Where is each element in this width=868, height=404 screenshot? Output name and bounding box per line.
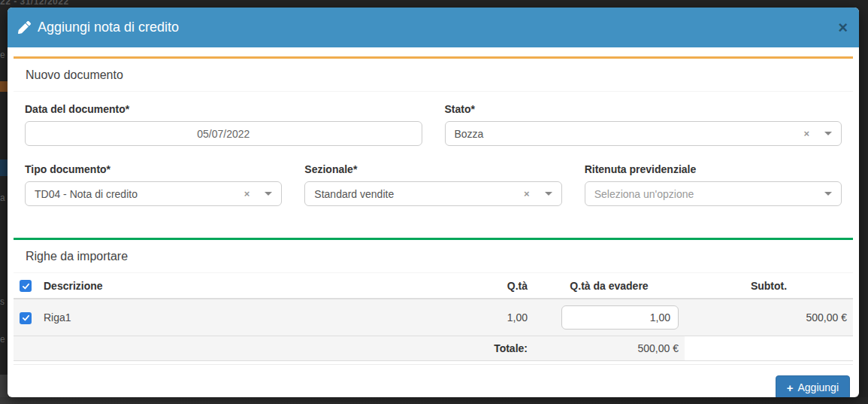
- document-type-select[interactable]: TD04 - Nota di credito ×: [25, 181, 282, 206]
- sectional-label: Sezionale*: [304, 163, 561, 175]
- add-credit-note-modal: Aggiungi nota di credito × Nuovo documen…: [8, 8, 859, 397]
- table-header-row: Descrizione Q.tà Q.tà da evadere Subtot.: [14, 273, 853, 299]
- withholding-label: Ritenuta previdenziale: [585, 163, 842, 175]
- clear-selection-icon[interactable]: ×: [803, 128, 809, 139]
- add-button-label: Aggiungi: [798, 381, 839, 393]
- withholding-field-group: Ritenuta previdenziale Seleziona un'opzi…: [585, 158, 842, 206]
- modal-header: Aggiungi nota di credito ×: [8, 8, 859, 47]
- backdrop-fragment: e: [0, 50, 8, 60]
- document-type-selected-value: TD04 - Nota di credito: [35, 188, 244, 200]
- sectional-field-group: Sezionale* Standard vendite ×: [304, 158, 561, 206]
- column-header-qty-to-fulfill: Q.tà da evadere: [534, 273, 685, 299]
- document-date-input[interactable]: [25, 121, 422, 146]
- plus-icon: +: [787, 382, 794, 393]
- status-selected-value: Bozza: [455, 128, 804, 140]
- checkmark-icon: [22, 282, 30, 290]
- table-row: Riga1 1,00 500,00 €: [14, 299, 853, 336]
- clear-selection-icon[interactable]: ×: [524, 188, 530, 199]
- table-footer-row: Totale: 500,00 €: [14, 336, 853, 361]
- backdrop-fragment: e: [0, 334, 8, 345]
- modal-body: Nuovo documento Data del documento* Stat…: [8, 47, 859, 361]
- status-select[interactable]: Bozza ×: [445, 121, 842, 146]
- document-date-label: Data del documento*: [25, 103, 422, 115]
- document-type-label: Tipo documento*: [25, 163, 282, 175]
- qty-to-fulfill-input[interactable]: [561, 305, 679, 330]
- chevron-down-icon[interactable]: [824, 132, 832, 135]
- row-checkbox[interactable]: [20, 312, 32, 324]
- clear-selection-icon[interactable]: ×: [244, 188, 250, 199]
- withholding-select[interactable]: Seleziona un'opzione: [585, 181, 842, 206]
- backdrop-fragment: s: [0, 296, 8, 307]
- rows-to-import-heading: Righe da importare: [14, 240, 853, 273]
- row-subtotal: 500,00 €: [685, 299, 853, 336]
- close-icon[interactable]: ×: [838, 20, 848, 36]
- pencil-icon: [18, 21, 31, 34]
- sectional-selected-value: Standard vendite: [314, 188, 524, 200]
- backdrop-fragment: [0, 81, 8, 92]
- chevron-down-icon[interactable]: [824, 192, 832, 196]
- total-value: 500,00 €: [534, 336, 685, 361]
- document-type-field-group: Tipo documento* TD04 - Nota di credito ×: [25, 158, 282, 206]
- new-document-panel: Nuovo documento Data del documento* Stat…: [14, 56, 853, 224]
- select-all-checkbox[interactable]: [20, 280, 32, 292]
- chevron-down-icon[interactable]: [265, 192, 272, 196]
- sectional-select[interactable]: Standard vendite ×: [304, 181, 561, 206]
- row-qty: 1,00: [463, 299, 534, 336]
- backdrop-fragment: a: [0, 193, 8, 203]
- withholding-placeholder: Seleziona un'opzione: [594, 188, 824, 200]
- column-header-qty: Q.tà: [463, 273, 534, 299]
- rows-to-import-panel: Righe da importare Descrizione Q.tà: [14, 238, 853, 361]
- add-button[interactable]: + Aggiungi: [776, 375, 850, 397]
- rows-to-import-table: Descrizione Q.tà Q.tà da evadere Subtot.: [14, 273, 853, 361]
- chevron-down-icon[interactable]: [545, 192, 552, 196]
- status-label: Stato*: [445, 103, 842, 115]
- total-label: Totale:: [14, 336, 534, 361]
- status-field-group: Stato* Bozza ×: [445, 98, 842, 146]
- backdrop-date-range-text: 22 - 31/12/2022: [0, 0, 69, 7]
- backdrop-fragment: [0, 397, 868, 404]
- column-header-subtotal: Subtot.: [685, 273, 853, 299]
- modal-footer: + Aggiungi: [14, 364, 853, 397]
- document-date-field-group: Data del documento*: [25, 98, 422, 146]
- column-header-description: Descrizione: [38, 273, 463, 299]
- modal-title: Aggiungi nota di credito: [38, 20, 179, 35]
- new-document-form: Data del documento* Stato* Bozza ×: [14, 92, 853, 224]
- backdrop-fragment: [0, 159, 8, 176]
- row-description: Riga1: [38, 299, 463, 336]
- new-document-heading: Nuovo documento: [14, 59, 853, 92]
- checkmark-icon: [22, 314, 30, 322]
